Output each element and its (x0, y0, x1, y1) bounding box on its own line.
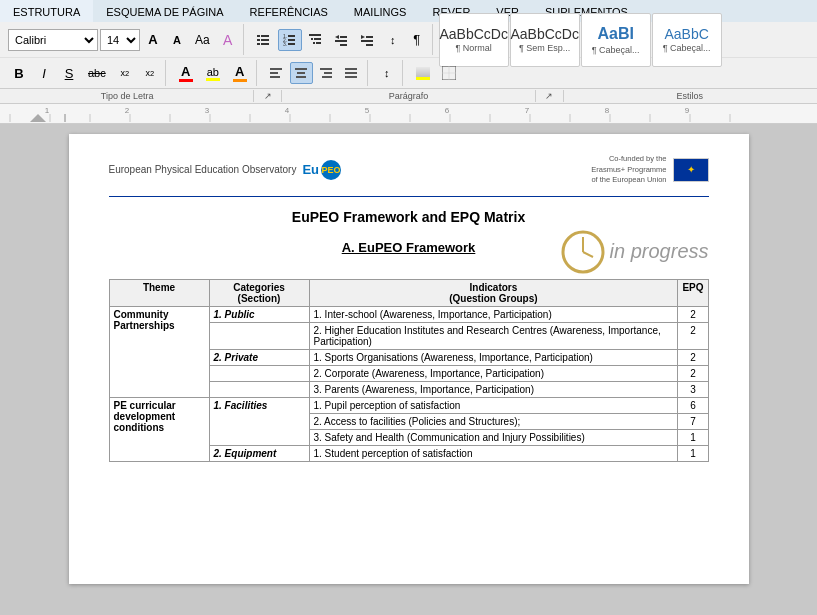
ind-4: 3. Parents (Awareness, Importance, Parti… (309, 381, 678, 397)
strikethrough-button[interactable]: abc (83, 62, 111, 84)
shading-button[interactable] (411, 62, 435, 84)
text-effects-button[interactable]: A (217, 29, 239, 51)
style-heading1-label: ¶ Cabeçal... (592, 45, 640, 55)
svg-line-74 (583, 252, 593, 257)
tab-esquema[interactable]: ESQUEMA DE PÁGINA (93, 0, 236, 22)
color-section: A ab A (170, 60, 257, 86)
svg-rect-9 (288, 39, 295, 41)
superscript-button[interactable]: x2 (139, 62, 161, 84)
svg-rect-12 (309, 34, 312, 36)
ind-8: 1. Student perception of satisfaction (309, 445, 678, 461)
svg-text:3: 3 (205, 106, 210, 115)
eu-text: Eu (302, 162, 319, 177)
theme-community: Community Partnerships (109, 306, 209, 397)
styles-area: AaBbCcDc ¶ Normal AaBbCcDc ¶ Sem Esp... … (437, 11, 724, 69)
font-color2-button[interactable]: A (228, 62, 252, 84)
svg-text:1: 1 (45, 106, 50, 115)
svg-text:5: 5 (365, 106, 370, 115)
svg-rect-7 (288, 35, 295, 37)
svg-rect-2 (257, 39, 260, 41)
font-color-a: A (181, 64, 190, 79)
tab-estrutura[interactable]: ESTRUTURA (0, 0, 93, 22)
peo-circle-text: PEO (322, 165, 341, 175)
paragraph-section: 1.2.3. ↕ ¶ (248, 24, 433, 55)
framework-table: Theme Categories (Section) Indicators (Q… (109, 279, 709, 462)
show-paragraph-button[interactable]: ¶ (406, 29, 428, 51)
svg-rect-29 (295, 68, 307, 70)
style-heading1[interactable]: AaBI ¶ Cabeçal... (581, 13, 651, 67)
decrease-indent-button[interactable] (330, 29, 354, 51)
ind-6: 2. Access to facilities (Policies and St… (309, 413, 678, 429)
document-subtitle: A. EuPEO Framework (342, 240, 476, 255)
estilos-label: Estilos (564, 90, 816, 102)
sort-button[interactable]: ↕ (382, 29, 404, 51)
justify-button[interactable] (340, 62, 363, 84)
style-no-spacing[interactable]: AaBbCcDc ¶ Sem Esp... (510, 13, 580, 67)
logo-row: European Physical Education Observatory … (109, 154, 709, 186)
svg-text:6: 6 (445, 106, 450, 115)
svg-rect-28 (270, 76, 280, 78)
highlight-button[interactable]: ab (201, 62, 225, 84)
grow-font-button[interactable]: A (142, 29, 164, 51)
multilevel-list-button[interactable] (304, 29, 328, 51)
erasmus-text: Co-funded by theErasmus+ Programmeof the… (591, 154, 666, 186)
expand-font-button[interactable]: ↗ (254, 90, 282, 102)
align-right-button[interactable] (315, 62, 338, 84)
underline-button[interactable]: S (58, 62, 80, 84)
svg-rect-16 (313, 42, 315, 44)
expand-para-button[interactable]: ↗ (536, 90, 564, 102)
svg-marker-18 (335, 35, 339, 39)
svg-rect-24 (361, 40, 373, 42)
style-heading2[interactable]: AaBbC ¶ Cabeçal... (652, 13, 722, 67)
svg-rect-35 (345, 68, 357, 70)
borders-button[interactable] (437, 62, 461, 84)
cat-empty-1 (209, 322, 309, 349)
svg-rect-23 (366, 36, 373, 38)
spacing-section: ↕ (372, 60, 403, 86)
subscript-button[interactable]: x2 (114, 62, 136, 84)
epq-8: 1 (678, 445, 708, 461)
svg-rect-25 (366, 44, 373, 46)
italic-button[interactable]: I (33, 62, 55, 84)
bullets-button[interactable] (252, 29, 276, 51)
font-family-select[interactable]: Calibri (8, 29, 98, 51)
ind-2: 1. Sports Organisations (Awareness, Impo… (309, 349, 678, 365)
align-center-button[interactable] (290, 62, 313, 84)
cat-empty-4 (209, 381, 309, 397)
style-normal[interactable]: AaBbCcDc ¶ Normal (439, 13, 509, 67)
font-section: Calibri 14 A A Aa A (4, 24, 244, 55)
font-size-select[interactable]: 14 (100, 29, 140, 51)
numbering-button[interactable]: 1.2.3. (278, 29, 302, 51)
increase-indent-button[interactable] (356, 29, 380, 51)
bold-button[interactable]: B (8, 62, 30, 84)
ruler: 1 2 3 4 5 6 7 8 9 (0, 104, 817, 124)
font-color2-bar (233, 79, 247, 82)
tab-referencias[interactable]: REFERÊNCIAS (237, 0, 341, 22)
cat-facilities: 1. Facilities (209, 397, 309, 445)
theme-pe: PE curricular development conditions (109, 397, 209, 461)
svg-rect-21 (340, 44, 347, 46)
formatting-section: B I S abc x2 x2 (4, 60, 166, 86)
change-case-button[interactable]: Aa (190, 29, 215, 51)
epq-4: 3 (678, 381, 708, 397)
style-normal-label: ¶ Normal (456, 43, 492, 53)
svg-rect-34 (322, 76, 332, 78)
subtitle-container: A. EuPEO Framework (342, 240, 476, 263)
align-left-button[interactable] (265, 62, 288, 84)
style-heading2-label: ¶ Cabeçal... (663, 43, 711, 53)
epq-6: 7 (678, 413, 708, 429)
font-color-button[interactable]: A (174, 62, 198, 84)
epq-0: 2 (678, 306, 708, 322)
ind-3: 2. Corporate (Awareness, Importance, Par… (309, 365, 678, 381)
shrink-font-button[interactable]: A (166, 29, 188, 51)
epq-1: 2 (678, 322, 708, 349)
th-epq: EPQ (678, 279, 708, 306)
svg-text:7: 7 (525, 106, 530, 115)
svg-rect-33 (324, 72, 332, 74)
line-spacing-button[interactable]: ↕ (376, 62, 398, 84)
svg-rect-5 (261, 43, 269, 45)
ribbon-section-labels: Tipo de Letra ↗ Parágrafo ↗ Estilos (0, 88, 817, 103)
th-categories: Categories (Section) (209, 279, 309, 306)
tab-mailings[interactable]: MAILINGS (341, 0, 420, 22)
svg-rect-30 (297, 72, 305, 74)
